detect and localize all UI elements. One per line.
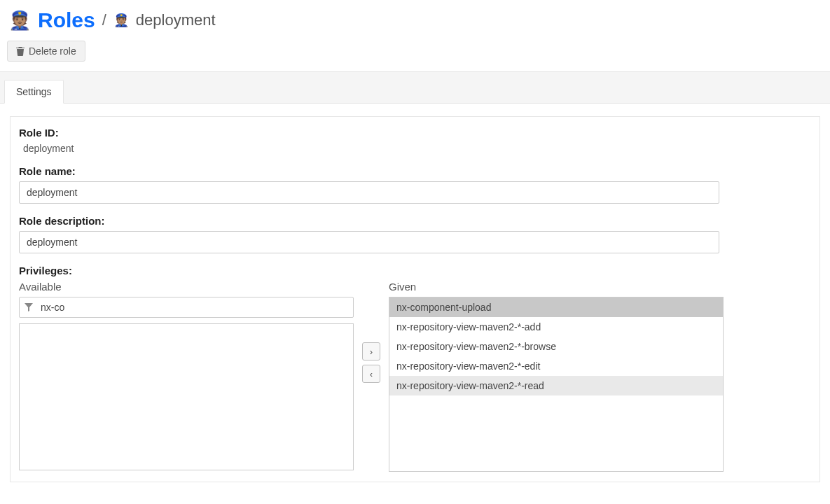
role-name-input[interactable]: [19, 181, 719, 204]
trash-icon: [16, 46, 25, 56]
list-item[interactable]: nx-component-upload: [389, 298, 723, 317]
settings-panel: Role ID: deployment Role name: Role desc…: [10, 116, 820, 482]
given-header: Given: [389, 281, 724, 293]
filter-icon: [25, 303, 33, 312]
role-desc-label: Role description:: [19, 215, 811, 227]
tab-settings[interactable]: Settings: [4, 80, 64, 104]
given-listbox[interactable]: nx-component-uploadnx-repository-view-ma…: [389, 297, 724, 472]
delete-role-button[interactable]: Delete role: [7, 41, 85, 62]
move-left-button[interactable]: ‹: [362, 365, 380, 383]
role-desc-input[interactable]: [19, 231, 719, 253]
role-id-label: Role ID:: [19, 127, 811, 139]
roles-link[interactable]: Roles: [38, 8, 95, 32]
roles-icon: 👮🏽: [8, 11, 31, 29]
available-header: Available: [19, 281, 354, 293]
available-column: Available: [19, 281, 354, 470]
list-item[interactable]: nx-repository-view-maven2-*-add: [389, 317, 723, 337]
role-id-value: deployment: [23, 143, 811, 154]
breadcrumb: 👮🏽 Roles / 👮🏽 deployment: [0, 0, 830, 38]
role-icon: 👮🏽: [113, 14, 129, 27]
list-item[interactable]: nx-repository-view-maven2-*-browse: [389, 337, 723, 356]
breadcrumb-sep: /: [102, 11, 106, 29]
delete-role-label: Delete role: [29, 46, 76, 57]
available-listbox[interactable]: [19, 323, 354, 470]
breadcrumb-current: deployment: [136, 11, 216, 29]
available-filter-input[interactable]: [19, 297, 354, 318]
move-right-button[interactable]: ›: [362, 342, 380, 360]
toolbar: Delete role: [0, 38, 830, 71]
given-column: Given nx-component-uploadnx-repository-v…: [389, 281, 724, 472]
privileges-label: Privileges:: [19, 265, 811, 276]
role-name-label: Role name:: [19, 165, 811, 177]
tab-bar: Settings: [0, 71, 830, 104]
list-item[interactable]: nx-repository-view-maven2-*-edit: [389, 356, 723, 376]
list-item[interactable]: nx-repository-view-maven2-*-read: [389, 376, 723, 396]
